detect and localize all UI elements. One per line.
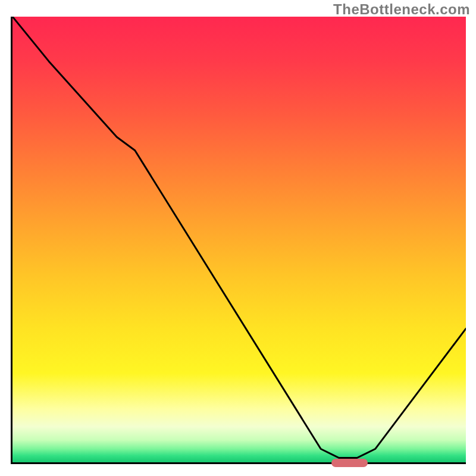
chart-container: TheBottleneck.com [0,0,476,476]
bottleneck-curve [12,17,466,462]
watermark-text: TheBottleneck.com [333,1,470,18]
optimal-marker [331,459,368,467]
plot-area [11,17,466,464]
